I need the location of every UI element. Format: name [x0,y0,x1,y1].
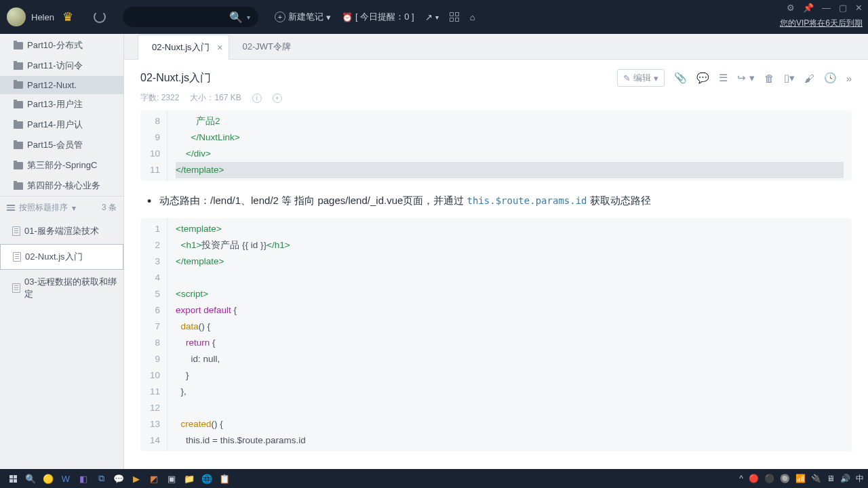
window-controls: ⚙ 📌 — ▢ ✕ [787,3,863,13]
notes-icon[interactable]: 📋 [216,471,233,486]
volume-icon[interactable]: 🔊 [840,474,850,483]
info-icon[interactable]: i [252,94,262,103]
chevron-down-icon: ▾ [654,73,658,83]
vip-notice[interactable]: 您的VIP将在6天后到期 [780,18,863,29]
folder-item[interactable]: Part11-访问令 [0,56,123,76]
note-list: 01-服务端渲染技术02-Nuxt.js入门03-远程数据的获取和绑定 [0,219,123,307]
chevron-down-icon: ▾ [72,203,76,213]
note-item[interactable]: 03-远程数据的获取和绑定 [0,270,123,307]
history-icon[interactable]: 🕓 [824,72,837,84]
edit-label: 编辑 [633,72,651,84]
list-icon[interactable]: ☰ [719,72,728,84]
folder-item[interactable]: Part14-用户认 [0,115,123,135]
inline-code: this.$route.params.id [467,195,587,206]
tray-icon[interactable]: 🔴 [749,474,759,483]
explorer-icon[interactable]: 📁 [180,471,198,486]
reminder-button[interactable]: ⏰ [ 今日提醒：0 ] [342,11,414,23]
vscode-icon[interactable]: ⧉ [92,471,110,486]
folder-icon [14,62,23,70]
more-icon[interactable]: » [846,73,852,84]
settings-icon[interactable]: ⚙ [787,3,795,13]
top-actions: + 新建笔记 ▾ ⏰ [ 今日提醒：0 ] ↗▾ ⌂ [275,11,475,23]
tray-icon[interactable]: ⚫ [764,474,774,483]
app-icon[interactable]: ▶ [127,471,145,486]
doc-icon [12,226,20,236]
search-task-icon[interactable]: 🔍 [22,471,39,486]
attachment-icon[interactable]: 📎 [674,72,687,84]
pin-icon[interactable]: 📌 [803,3,814,13]
doc-icon [12,283,20,293]
chrome-icon[interactable]: 🌐 [198,471,216,486]
search-input[interactable]: 🔍 ▾ [123,7,258,27]
folder-item[interactable]: Part12-Nuxt. [0,76,123,94]
char-count: 字数: 2322 [140,92,179,104]
edit-button[interactable]: ✎ 编辑 ▾ [617,69,665,87]
new-note-button[interactable]: + 新建笔记 ▾ [275,11,331,23]
code-block-2: 1234567891011121314 <template> <h1>投资产品 … [140,218,852,451]
chevron-down-icon[interactable]: ▾ [247,14,250,21]
note-label: 03-远程数据的获取和绑定 [24,276,117,300]
note-item[interactable]: 02-Nuxt.js入门 [0,244,123,270]
tray-icon[interactable]: 🔘 [780,474,790,483]
sort-icon [7,205,15,211]
app-icon[interactable]: 🟡 [39,471,57,486]
search-icon: 🔍 [229,11,243,24]
maximize-button[interactable]: ▢ [839,3,847,13]
home-button[interactable]: ⌂ [470,12,475,22]
bullet-prefix: 动态路由：/lend/1、lend/2 等 指向 pages/lend/_id.… [159,195,467,206]
external-link-button[interactable]: ↗▾ [425,12,439,22]
apps-icon[interactable] [450,12,459,22]
tray-icon[interactable]: 🖥 [827,474,835,483]
avatar[interactable] [7,7,26,26]
vip-crown-icon[interactable]: ♛ [62,9,73,24]
wechat-icon[interactable]: 💬 [110,471,127,486]
folder-icon [14,81,23,89]
refresh-icon[interactable] [94,11,106,23]
taskbar: 🔍 🟡 W ◧ ⧉ 💬 ▶ ◩ ▣ 📁 🌐 📋 ^ 🔴 ⚫ 🔘 📶 🔌 🖥 🔊 … [0,469,868,488]
sidebar: Part10-分布式Part11-访问令Part12-Nuxt.Part13-用… [0,34,124,469]
note-item[interactable]: 01-服务端渲染技术 [0,219,123,244]
folder-item[interactable]: Part10-分布式 [0,35,123,56]
comment-icon[interactable]: 💬 [696,72,709,84]
add-meta-icon[interactable]: + [273,94,282,103]
alarm-icon: ⏰ [342,12,353,22]
tab[interactable]: 02-JWT令牌 [229,35,311,59]
titlebar: Helen ♛ 🔍 ▾ + 新建笔记 ▾ ⏰ [ 今日提醒：0 ] ↗▾ ⌂ ⚙… [0,0,868,34]
close-icon[interactable]: × [217,42,222,53]
folder-item[interactable]: Part15-会员管 [0,135,123,155]
folder-icon [14,142,23,149]
folder-item[interactable]: Part13-用户注 [0,94,123,115]
start-button[interactable] [4,471,22,486]
tray-icon[interactable]: 📶 [795,474,806,483]
tab-label: 02-JWT令牌 [243,41,292,52]
word-icon[interactable]: W [57,471,75,486]
ime-indicator[interactable]: 中 [856,473,864,485]
username: Helen [31,12,54,22]
app-icon[interactable]: ◧ [75,471,92,486]
folder-item[interactable]: 第三部分-SpringC [0,155,123,176]
doc-header: 02-Nuxt.js入门 ✎ 编辑 ▾ 📎 💬 ☰ ↪ ▾ 🗑 ▯▾ 🖌 🕓 » [124,60,868,89]
tab[interactable]: 02-Nuxt.js入门× [138,35,229,60]
share-icon[interactable]: ↪ ▾ [737,72,754,84]
folder-icon [14,162,23,169]
close-button[interactable]: ✕ [855,3,863,13]
folder-label: Part13-用户注 [27,98,83,110]
folder-item[interactable]: 第四部分-核心业务 [0,176,123,196]
note-label: 02-Nuxt.js入门 [25,251,83,263]
doc-body: 891011 产品2 </NuxtLink> </div></template>… [124,110,868,469]
book-icon[interactable]: ▯▾ [784,72,795,84]
sort-label: 按照标题排序 [19,202,68,214]
sort-bar[interactable]: 按照标题排序 ▾ 3 条 [0,196,123,219]
brush-icon[interactable]: 🖌 [804,73,814,84]
system-tray[interactable]: ^ 🔴 ⚫ 🔘 📶 🔌 🖥 🔊 中 [739,473,864,485]
doc-icon [13,252,21,262]
minimize-button[interactable]: — [822,3,831,13]
new-note-label: 新建笔记 [288,11,323,23]
app-icon[interactable]: ◩ [145,471,163,486]
folder-label: 第三部分-SpringC [27,159,97,171]
tray-icon[interactable]: 🔌 [811,474,821,483]
tray-chevron-icon[interactable]: ^ [739,474,743,483]
terminal-icon[interactable]: ▣ [163,471,180,486]
reminder-label: [ 今日提醒：0 ] [355,11,414,23]
trash-icon[interactable]: 🗑 [764,73,774,84]
